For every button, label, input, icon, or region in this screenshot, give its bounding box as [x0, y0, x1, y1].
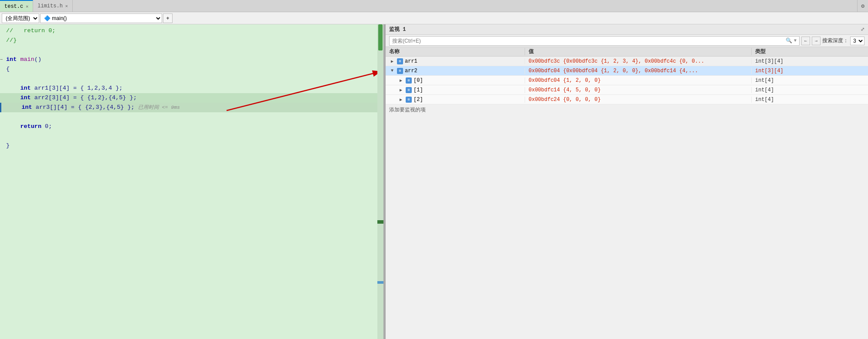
expand-arr2-2[interactable]: ▶: [398, 97, 404, 103]
code-line-arr2: int arr2[3][4] = { {1,2},{4,5} };: [0, 93, 383, 103]
watch-panel-title: 监视 1: [389, 26, 406, 33]
watch-panel-resize[interactable]: ⤢: [861, 27, 865, 32]
scroll-indicator-blue: [377, 281, 383, 284]
tab-limits-h[interactable]: limits.h ✕: [33, 0, 73, 12]
expand-arr2-0[interactable]: ▶: [398, 77, 404, 84]
watch-toolbar: 🔍 ▼ ← → 搜索深度： 3 1 2 4 5: [386, 35, 868, 47]
array-icon-arr1: ⊞: [397, 58, 403, 64]
arr2-label: arr2: [405, 68, 417, 74]
code-content: // return 0; //} − int main(): [0, 24, 383, 339]
code-line-arr3: int arr3[][4] = { {2,3},{4,5} };已用时间 <= …: [0, 103, 383, 112]
arr2-0-label: [0]: [414, 77, 423, 84]
depth-select[interactable]: 3 1 2 4 5: [850, 37, 865, 45]
row-name-arr1: ▶ ⊞ arr1: [386, 58, 525, 64]
array-icon-arr2-2: ⊞: [406, 97, 412, 103]
expand-arr2[interactable]: ▼: [389, 68, 395, 74]
row-type-arr2-0: int[4]: [752, 77, 868, 84]
depth-label: 搜索深度：: [822, 37, 848, 44]
search-box: 🔍 ▼: [389, 36, 800, 46]
add-watch-item[interactable]: 添加要监视的项: [386, 104, 868, 115]
code-line-arr1: int arr1[3][4] = { 1,2,3,4 };: [0, 84, 383, 93]
row-type-arr2-2: int[4]: [752, 97, 868, 103]
tab-label-limits-h: limits.h: [37, 3, 63, 9]
row-type-arr2: int[3][4]: [752, 68, 868, 74]
function-dropdown[interactable]: 🔷 main(): [40, 13, 162, 23]
col-header-type: 类型: [752, 48, 868, 55]
code-line-brace-close: }: [0, 141, 383, 151]
row-val-arr2: 0x00bdfc04 {0x00bdfc04 {1, 2, 0, 0}, 0x0…: [525, 68, 752, 74]
expand-arr1[interactable]: ▶: [389, 58, 395, 64]
code-line-blank4: [0, 131, 383, 141]
tab-close-limits-h[interactable]: ✕: [65, 3, 68, 9]
scope-dropdown[interactable]: (全局范围): [2, 13, 39, 23]
add-toolbar-btn[interactable]: +: [163, 13, 173, 23]
code-scrollbar[interactable]: [377, 24, 383, 339]
col-header-name: 名称: [386, 48, 525, 55]
col-header-value: 值: [525, 48, 752, 55]
watch-panel-header: 监视 1 ⤢: [386, 24, 868, 35]
watch-panel: 监视 1 ⤢ 🔍 ▼ ← → 搜索深度： 3 1 2 4 5: [386, 24, 868, 339]
row-name-arr2: ▼ ⊞ arr2: [386, 68, 525, 74]
code-line-1: // return 0;: [0, 26, 383, 36]
arr2-1-label: [1]: [414, 87, 423, 93]
row-type-arr2-1: int[4]: [752, 87, 868, 93]
code-line-main: − int main(): [0, 55, 383, 64]
row-val-arr2-2: 0x00bdfc24 {0, 0, 0, 0}: [525, 97, 752, 103]
code-panel: // return 0; //} − int main(): [0, 24, 383, 339]
search-input[interactable]: [392, 38, 784, 44]
main-area: // return 0; //} − int main(): [0, 24, 868, 339]
row-name-arr2-1: ▶ ⊞ [1]: [386, 87, 525, 93]
scroll-indicator-green: [377, 220, 383, 224]
table-row-arr2[interactable]: ▼ ⊞ arr2 0x00bdfc04 {0x00bdfc04 {1, 2, 0…: [386, 66, 868, 76]
row-type-arr1: int[3][4]: [752, 58, 868, 64]
table-row-arr2-0[interactable]: ▶ ⊞ [0] 0x00bdfc04 {1, 2, 0, 0} int[4]: [386, 76, 868, 85]
code-line-brace-open: {: [0, 64, 383, 74]
table-row-arr2-2[interactable]: ▶ ⊞ [2] 0x00bdfc24 {0, 0, 0, 0} int[4]: [386, 95, 868, 104]
arr1-label: arr1: [405, 58, 417, 64]
row-name-arr2-2: ▶ ⊞ [2]: [386, 97, 525, 103]
table-row-arr1[interactable]: ▶ ⊞ arr1 0x00bdfc3c {0x00bdfc3c {1, 2, 3…: [386, 57, 868, 66]
code-line-2: //}: [0, 36, 383, 45]
search-dropdown-arrow[interactable]: ▼: [794, 38, 797, 43]
row-val-arr2-1: 0x00bdfc14 {4, 5, 0, 0}: [525, 87, 752, 93]
nav-back-btn[interactable]: ←: [801, 37, 810, 45]
array-icon-arr2-0: ⊞: [406, 77, 412, 84]
code-line-return: return 0;: [0, 122, 383, 131]
array-icon-arr2-1: ⊞: [406, 87, 412, 93]
arr2-2-label: [2]: [414, 97, 423, 103]
search-icon[interactable]: 🔍: [786, 37, 792, 44]
watch-table: 名称 值 类型 ▶ ⊞ arr1 0x00bdfc3c {0x00bdfc3c …: [386, 47, 868, 339]
row-val-arr2-0: 0x00bdfc04 {1, 2, 0, 0}: [525, 77, 752, 84]
table-header: 名称 值 类型: [386, 47, 868, 57]
expand-arr2-1[interactable]: ▶: [398, 87, 404, 93]
row-name-arr2-0: ▶ ⊞ [0]: [386, 77, 525, 84]
tab-label-test-c: test.c: [4, 3, 23, 10]
code-line-blank2: [0, 74, 383, 84]
table-row-arr2-1[interactable]: ▶ ⊞ [1] 0x00bdfc14 {4, 5, 0, 0} int[4]: [386, 85, 868, 95]
code-line-blank1: [0, 45, 383, 55]
array-icon-arr2: ⊞: [397, 68, 403, 74]
gear-icon[interactable]: ⚙: [861, 3, 865, 10]
scrollbar-thumb: [378, 24, 383, 50]
row-val-arr1: 0x00bdfc3c {0x00bdfc3c {1, 2, 3, 4}, 0x0…: [525, 58, 752, 64]
nav-fwd-btn[interactable]: →: [812, 37, 821, 45]
code-line-blank3: [0, 112, 383, 122]
tab-test-c[interactable]: test.c ✕: [0, 0, 33, 12]
toolbar: (全局范围) 🔷 main() +: [0, 12, 868, 24]
tab-bar: test.c ✕ limits.h ✕ ⚙: [0, 0, 868, 12]
tab-close-test-c[interactable]: ✕: [26, 4, 28, 9]
